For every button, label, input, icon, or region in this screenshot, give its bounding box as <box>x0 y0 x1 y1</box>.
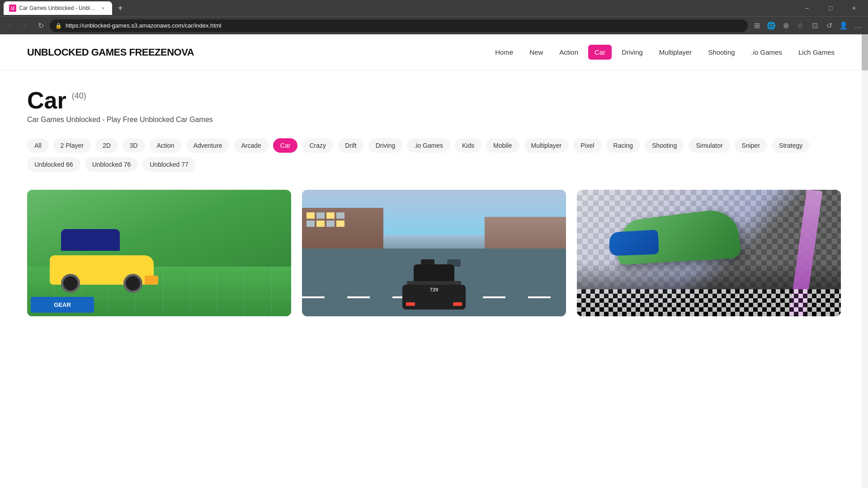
game-thumbnail-2: 729 <box>302 190 566 316</box>
filter-tag-3d[interactable]: 3D <box>123 138 145 153</box>
filter-tag-strategy[interactable]: Strategy <box>772 138 810 153</box>
filter-tag-driving[interactable]: Driving <box>368 138 403 153</box>
nav-item-car[interactable]: Car <box>588 45 612 60</box>
filter-tag-all[interactable]: All <box>27 138 49 153</box>
filter-tag-arcade[interactable]: Arcade <box>234 138 268 153</box>
nav-item-lich-games[interactable]: Lich Games <box>792 45 841 60</box>
filter-tag-crazy[interactable]: Crazy <box>302 138 333 153</box>
game-card[interactable]: 729 <box>302 190 566 316</box>
filter-tag-unblocked-66[interactable]: Unblocked 66 <box>27 157 80 172</box>
maximize-button[interactable]: □ <box>820 0 841 16</box>
browser-icon-2[interactable]: 🌐 <box>765 19 778 32</box>
browser-icon-3[interactable]: ⊕ <box>779 19 792 32</box>
nav-item-new[interactable]: New <box>523 45 549 60</box>
browser-titlebar: U Car Games Unblocked - Unbloc... × + − … <box>0 0 868 16</box>
favorites-icon[interactable]: ☆ <box>794 19 807 32</box>
filter-tag-unblocked-76[interactable]: Unblocked 76 <box>85 157 138 172</box>
filter-tags: All2 Player2D3DActionAdventureArcadeCarC… <box>27 138 841 172</box>
collections-icon[interactable]: ⊡ <box>808 19 821 32</box>
menu-icon[interactable]: … <box>852 19 864 32</box>
filter-tag-action[interactable]: Action <box>150 138 182 153</box>
game-grid: GEAR <box>27 190 841 316</box>
game-thumbnail-3 <box>577 190 841 316</box>
refresh-button[interactable]: ↻ <box>34 19 47 32</box>
nav-item--io-games[interactable]: .io Games <box>745 45 788 60</box>
page-content: UNBLOCKED GAMES FREEZENOVA HomeNewAction… <box>0 34 868 488</box>
filter-tag-pixel[interactable]: Pixel <box>573 138 601 153</box>
filter-tag-shooting[interactable]: Shooting <box>645 138 684 153</box>
page-heading-row: Car (40) <box>27 89 841 112</box>
filter-tag-kids[interactable]: Kids <box>455 138 481 153</box>
game-card[interactable] <box>577 190 841 316</box>
game-thumbnail-1: GEAR <box>27 190 291 316</box>
filter-tag-multiplayer[interactable]: Multiplayer <box>524 138 569 153</box>
site-header: UNBLOCKED GAMES FREEZENOVA HomeNewAction… <box>0 34 868 70</box>
page-count: (40) <box>72 91 86 101</box>
toolbar-icons: ⊞ 🌐 ⊕ ☆ ⊡ ↺ 👤 … <box>750 19 864 32</box>
forward-button[interactable]: › <box>19 19 32 32</box>
filter-tag--io-games[interactable]: .io Games <box>407 138 450 153</box>
main-content: Car (40) Car Games Unblocked - Play Free… <box>0 70 868 334</box>
history-icon[interactable]: ↺ <box>823 19 835 32</box>
address-bar[interactable]: 🔒 <box>50 19 748 32</box>
nav-item-home[interactable]: Home <box>489 45 519 60</box>
tab-favicon: U <box>9 5 16 12</box>
filter-tag-2-player[interactable]: 2 Player <box>53 138 91 153</box>
filter-tag-unblocked-77[interactable]: Unblocked 77 <box>142 157 196 172</box>
nav-item-multiplayer[interactable]: Multiplayer <box>653 45 698 60</box>
tab-area: U Car Games Unblocked - Unbloc... × + <box>4 1 793 15</box>
filter-tag-simulator[interactable]: Simulator <box>689 138 730 153</box>
filter-tag-car[interactable]: Car <box>273 138 298 153</box>
tab-title: Car Games Unblocked - Unbloc... <box>19 5 97 11</box>
browser-chrome: U Car Games Unblocked - Unbloc... × + − … <box>0 0 868 34</box>
site-nav: HomeNewActionCarDrivingMultiplayerShooti… <box>489 45 841 60</box>
minimize-button[interactable]: − <box>797 0 817 16</box>
filter-tag-2d[interactable]: 2D <box>95 138 118 153</box>
window-controls: − □ × <box>797 0 864 16</box>
close-button[interactable]: × <box>844 0 864 16</box>
game-card[interactable]: GEAR <box>27 190 291 316</box>
filter-tag-mobile[interactable]: Mobile <box>486 138 519 153</box>
profile-icon[interactable]: 👤 <box>837 19 850 32</box>
browser-tab[interactable]: U Car Games Unblocked - Unbloc... × <box>4 1 112 15</box>
back-button[interactable]: ‹ <box>4 19 16 32</box>
filter-tag-racing[interactable]: Racing <box>606 138 641 153</box>
page-description: Car Games Unblocked - Play Free Unblocke… <box>27 116 841 124</box>
extensions-icon[interactable]: ⊞ <box>750 19 763 32</box>
site-logo[interactable]: UNBLOCKED GAMES FREEZENOVA <box>27 47 194 58</box>
filter-tag-drift[interactable]: Drift <box>338 138 364 153</box>
filter-tag-sniper[interactable]: Sniper <box>735 138 767 153</box>
nav-item-driving[interactable]: Driving <box>615 45 649 60</box>
nav-item-action[interactable]: Action <box>553 45 585 60</box>
tab-close-button[interactable]: × <box>99 5 107 12</box>
filter-tag-adventure[interactable]: Adventure <box>186 138 230 153</box>
url-input[interactable] <box>66 22 742 29</box>
lock-icon: 🔒 <box>55 23 62 29</box>
browser-toolbar: ‹ › ↻ 🔒 ⊞ 🌐 ⊕ ☆ ⊡ ↺ 👤 … <box>0 16 868 34</box>
nav-item-shooting[interactable]: Shooting <box>702 45 741 60</box>
new-tab-button[interactable]: + <box>114 2 127 14</box>
scrollbar[interactable] <box>862 34 868 488</box>
page-title: Car <box>27 89 66 112</box>
scrollbar-thumb[interactable] <box>862 34 868 70</box>
